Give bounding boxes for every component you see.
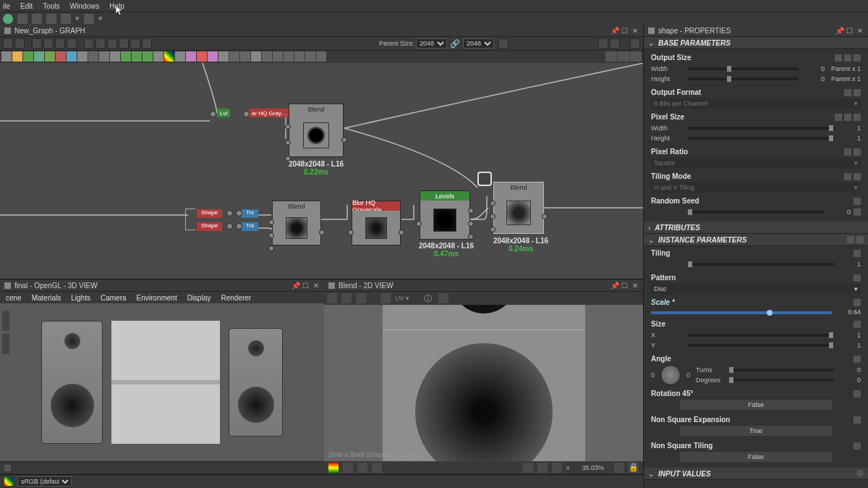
menu-scene[interactable]: cene [6,294,22,302]
pin-icon[interactable]: 📌 [292,282,299,290]
close-icon[interactable]: ✕ [312,282,320,290]
panel-icon[interactable] [328,282,335,289]
menu-icon[interactable] [854,148,861,156]
trs-tag[interactable]: Trs [242,209,258,218]
maximize-icon[interactable]: ☐ [621,282,629,290]
shape-tag[interactable]: Shape [197,209,222,218]
menu-edit[interactable]: Edit [20,2,33,10]
menu-icon[interactable] [854,198,861,205]
hq-tag[interactable]: ar HQ Gray… [249,109,290,117]
undo-icon[interactable] [61,14,71,24]
section-base-parameters[interactable]: ⌄BASE PARAMETERS [644,37,868,49]
view-icon[interactable] [598,38,608,49]
menu-icon[interactable] [854,114,861,121]
tool-icon[interactable] [84,38,94,49]
size-y-slider[interactable] [688,344,835,347]
menu-materials[interactable]: Materials [32,294,61,302]
home-icon[interactable] [3,14,13,24]
gizmo-icon[interactable] [2,311,9,331]
pin-icon[interactable]: 📌 [610,282,618,290]
link-icon[interactable] [835,54,842,62]
parent-width-select[interactable]: 2048 [416,38,447,49]
menu-renderer[interactable]: Renderer [221,294,251,302]
link-icon[interactable] [844,89,851,96]
panel-icon[interactable] [648,28,655,34]
format-dropdown[interactable]: 8 Bits per Channel▾ [651,98,861,109]
save-icon[interactable] [46,14,56,24]
layers-icon[interactable] [328,463,339,473]
shape-tag[interactable]: Shape [197,222,222,231]
menu-icon[interactable] [854,89,861,96]
menu-icon[interactable] [854,321,861,328]
size-x-slider[interactable] [688,334,835,337]
copy-icon[interactable] [341,293,352,303]
pattern-dropdown[interactable]: Disc▾ [651,284,861,294]
rotation45-toggle[interactable]: False [680,400,832,410]
preset-icon[interactable] [856,236,864,243]
tool-icon[interactable] [95,38,106,49]
tool-icon[interactable] [142,38,152,49]
menu-help[interactable]: Help [109,2,124,10]
angle-dial[interactable] [660,365,681,385]
turns-slider[interactable] [729,369,835,371]
node-blend[interactable]: Blend [289,104,344,157]
tool-icon[interactable] [43,38,54,49]
node-link-tag[interactable]: Lvl [217,109,246,119]
viewport-3d[interactable] [0,303,324,461]
pin-icon[interactable] [605,51,617,62]
grid-icon[interactable] [343,463,353,473]
maximize-icon[interactable]: ☐ [846,27,854,35]
pixel-width-slider[interactable] [688,127,835,130]
link-icon[interactable] [835,114,842,121]
menu-environment[interactable]: Environment [137,294,177,302]
pin-icon[interactable] [618,51,629,62]
menu-icon[interactable] [854,250,861,257]
menu-icon[interactable] [854,442,861,450]
menu-icon[interactable] [854,173,861,180]
tile-icon[interactable] [523,463,533,473]
refresh-icon[interactable] [17,14,27,24]
maximize-icon[interactable]: ☐ [302,282,310,290]
lock-icon[interactable]: 🔒 [629,463,639,473]
reset-icon[interactable] [856,470,864,477]
trs-tag[interactable]: Trs [242,222,258,231]
tool-icon[interactable] [67,38,77,49]
section-instance-parameters[interactable]: ⌄INSTANCE PARAMETERS [644,234,868,246]
menu-lights[interactable]: Lights [71,294,90,302]
channel-icon[interactable] [357,463,367,473]
menu-camera[interactable]: Camera [101,294,127,302]
redo-icon[interactable] [84,14,94,24]
reset-icon[interactable] [844,54,851,62]
info-icon[interactable]: ⓘ [424,293,434,303]
folder-open-icon[interactable] [32,14,42,24]
menu-icon[interactable] [854,54,861,62]
gizmo-icon[interactable] [2,334,9,354]
menu-windows[interactable]: Windows [70,2,100,10]
uv-icon[interactable] [380,293,391,303]
parent-height-select[interactable]: 2048 [463,38,494,49]
explorer-icon[interactable] [4,28,11,34]
main-menu-bar[interactable]: ile Edit Tools Windows Help [0,0,868,12]
scale-slider[interactable] [651,311,832,314]
pin-icon[interactable] [630,51,642,62]
save-icon[interactable] [327,293,337,303]
menu-file[interactable]: ile [3,2,10,10]
tool-icon[interactable] [55,38,65,49]
colorspace-icon[interactable] [4,477,13,486]
panel-icon[interactable] [4,282,11,289]
snapshot-icon[interactable] [14,38,25,49]
nstil-toggle[interactable]: False [680,452,832,462]
pin-icon[interactable]: 📌 [835,27,843,35]
close-icon[interactable]: ✕ [631,282,639,290]
randomize-icon[interactable] [854,209,861,216]
menu-icon[interactable] [854,274,861,282]
menu-icon[interactable] [854,416,861,424]
width-slider[interactable] [688,67,799,70]
link-icon[interactable] [844,148,851,156]
maximize-icon[interactable]: ☐ [621,27,629,35]
tool-icon[interactable] [130,38,140,49]
fit-icon[interactable] [537,463,548,473]
section-input-values[interactable]: ⌄INPUT VALUES [644,468,868,480]
nsexp-toggle[interactable]: True [680,426,832,436]
menu-icon[interactable] [854,299,861,306]
